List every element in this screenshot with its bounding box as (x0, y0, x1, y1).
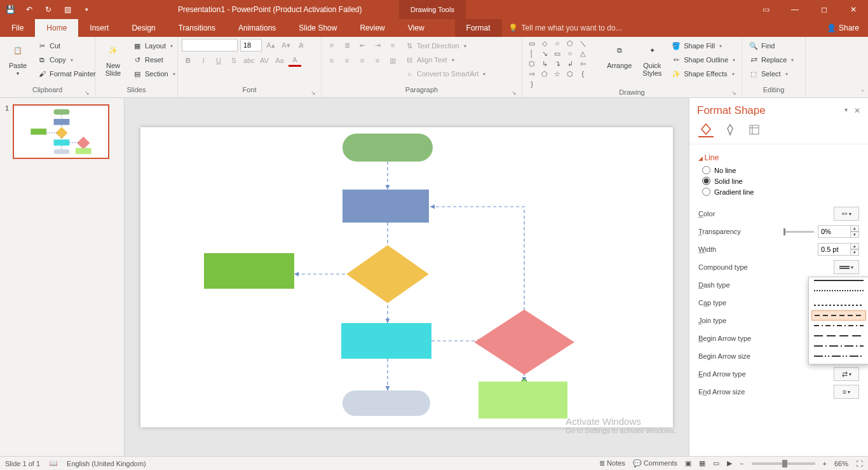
arrange-button[interactable]: ⧉Arrange (603, 39, 635, 71)
indent-dec-button[interactable]: ⇤ (356, 39, 369, 52)
comments-button[interactable]: 💬 Comments (633, 459, 677, 467)
width-input[interactable] (818, 243, 851, 256)
find-button[interactable]: 🔍Find (746, 39, 796, 53)
tab-slideshow[interactable]: Slide Show (287, 19, 348, 37)
font-launcher[interactable]: ↘ (311, 90, 316, 96)
format-painter-button[interactable]: 🖌Format Painter (34, 67, 98, 81)
select-button[interactable]: ⬚Select (746, 67, 796, 81)
tab-insert[interactable]: Insert (78, 19, 120, 37)
transparency-input[interactable] (818, 225, 851, 238)
no-line-radio[interactable]: NNo lineo line (702, 166, 859, 174)
spin-up[interactable]: ▴ (850, 225, 859, 232)
grow-font-icon[interactable]: A▴ (264, 39, 277, 52)
paste-button[interactable]: 📋 Paste ▾ (4, 39, 32, 78)
slide-thumbnail-1[interactable] (13, 104, 109, 159)
layout-button[interactable]: ▦Layout (130, 39, 178, 53)
dash-option-long-dash[interactable] (811, 331, 866, 341)
shape-terminator-start[interactable] (342, 134, 433, 162)
shape-process-left[interactable] (204, 253, 294, 289)
italic-button[interactable]: I (197, 54, 210, 67)
slideshow-view-icon[interactable]: ▶ (727, 459, 732, 467)
zoom-slider[interactable] (752, 462, 815, 465)
effects-tab-icon[interactable] (722, 122, 738, 137)
numbering-button[interactable]: ≣ (341, 39, 353, 52)
end-arrow-type-button[interactable]: ⇄▾ (834, 367, 859, 381)
shape-outline-button[interactable]: ✏Shape Outline (668, 53, 738, 67)
case-button[interactable]: Aa (273, 54, 286, 67)
shadow-button[interactable]: S (227, 54, 240, 67)
spin-down[interactable]: ▾ (850, 232, 859, 238)
line-color-button[interactable]: ✏▾ (834, 207, 859, 221)
tab-design[interactable]: Design (120, 19, 166, 37)
shape-fill-button[interactable]: 🪣Shape Fill (668, 39, 738, 53)
tab-view[interactable]: View (397, 19, 436, 37)
tab-animations[interactable]: Animations (227, 19, 287, 37)
align-center-button[interactable]: ≡ (341, 54, 353, 67)
tab-review[interactable]: Review (348, 19, 396, 37)
close-button[interactable]: ✕ (839, 0, 868, 19)
end-arrow-size-button[interactable]: ≡▾ (834, 385, 859, 399)
minimize-button[interactable]: — (780, 0, 810, 19)
shape-process-green[interactable] (478, 382, 567, 418)
normal-view-icon[interactable]: ▣ (685, 459, 691, 467)
reset-button[interactable]: ↺Reset (130, 53, 178, 67)
slide-indicator[interactable]: Slide 1 of 1 (5, 460, 40, 467)
sorter-view-icon[interactable]: ▦ (699, 459, 705, 467)
shape-effects-button[interactable]: ✨Shape Effects (668, 67, 738, 81)
zoom-in-button[interactable]: + (823, 460, 827, 467)
language-indicator[interactable]: English (United Kingdom) (67, 460, 146, 467)
start-icon[interactable]: ▧ (62, 4, 72, 15)
shrink-font-icon[interactable]: A▾ (280, 39, 292, 52)
slide-canvas-area[interactable]: Activate Windows Go to Settings to activ… (125, 98, 689, 456)
shape-process-1[interactable] (342, 190, 429, 223)
cut-button[interactable]: ✂Cut (34, 39, 98, 53)
qat-more-icon[interactable]: ▾ (81, 4, 92, 15)
section-button[interactable]: ▤Section (130, 67, 178, 81)
indent-inc-button[interactable]: ⇥ (371, 39, 384, 52)
compound-type-button[interactable]: ▾ (834, 260, 859, 274)
tab-format[interactable]: Format (455, 19, 502, 37)
shapes-gallery[interactable]: ▭◇○⬠＼│↘ ▭○△⬡↳↴↲ ⇦⇨⬠☆⬡{} (526, 39, 600, 88)
font-family-input[interactable] (182, 39, 238, 52)
share-button[interactable]: 👤Share (818, 19, 868, 37)
align-left-button[interactable]: ≡ (325, 54, 338, 67)
tell-me[interactable]: 💡Tell me what you want to do... (508, 19, 622, 37)
align-text-button[interactable]: ⊟Align Text (402, 53, 488, 67)
pane-close-icon[interactable]: ✕ (854, 106, 860, 115)
shape-terminator-end[interactable] (342, 391, 430, 416)
dash-option-square-dot[interactable] (811, 300, 866, 310)
dash-option-long-dash-dot[interactable] (811, 341, 866, 351)
columns-button[interactable]: ▥ (386, 54, 399, 67)
clear-format-icon[interactable]: A̷ (295, 39, 308, 52)
fill-line-tab-icon[interactable] (698, 122, 714, 137)
dash-option-dash[interactable] (811, 310, 866, 321)
maximize-button[interactable]: ◻ (810, 0, 839, 19)
reading-view-icon[interactable]: ▭ (713, 459, 719, 467)
zoom-out-button[interactable]: − (740, 460, 743, 467)
font-size-input[interactable] (240, 39, 262, 52)
bold-button[interactable]: B (182, 54, 194, 67)
copy-button[interactable]: ⧉Copy (34, 53, 98, 67)
fit-window-icon[interactable]: ⛶ (856, 460, 863, 467)
size-tab-icon[interactable] (747, 122, 762, 137)
justify-button[interactable]: ≡ (371, 54, 384, 67)
zoom-value[interactable]: 66% (834, 460, 848, 467)
line-section-header[interactable]: Line (698, 153, 859, 162)
shape-process-cyan[interactable] (341, 323, 431, 359)
strike-button[interactable]: abc (243, 54, 255, 67)
linespace-button[interactable]: ≡ (386, 39, 399, 52)
collapse-ribbon-icon[interactable]: ˄ (861, 89, 864, 96)
drawing-launcher[interactable]: ↘ (731, 90, 736, 96)
new-slide-button[interactable]: ✨ New Slide (99, 39, 127, 78)
clipboard-launcher[interactable]: ↘ (85, 90, 90, 96)
dash-option-long-dash-dot-dot[interactable] (811, 351, 866, 361)
align-right-button[interactable]: ≡ (356, 54, 369, 67)
text-direction-button[interactable]: ⇅Text Direction (402, 39, 488, 53)
font-color-button[interactable]: A (288, 54, 301, 67)
quick-styles-button[interactable]: ✦Quick Styles (638, 39, 666, 78)
tab-home[interactable]: Home (35, 19, 78, 37)
paragraph-launcher[interactable]: ↘ (512, 90, 517, 96)
underline-button[interactable]: U (212, 54, 225, 67)
smartart-button[interactable]: ⟐Convert to SmartArt (402, 67, 488, 81)
redo-icon[interactable]: ↻ (43, 4, 53, 15)
